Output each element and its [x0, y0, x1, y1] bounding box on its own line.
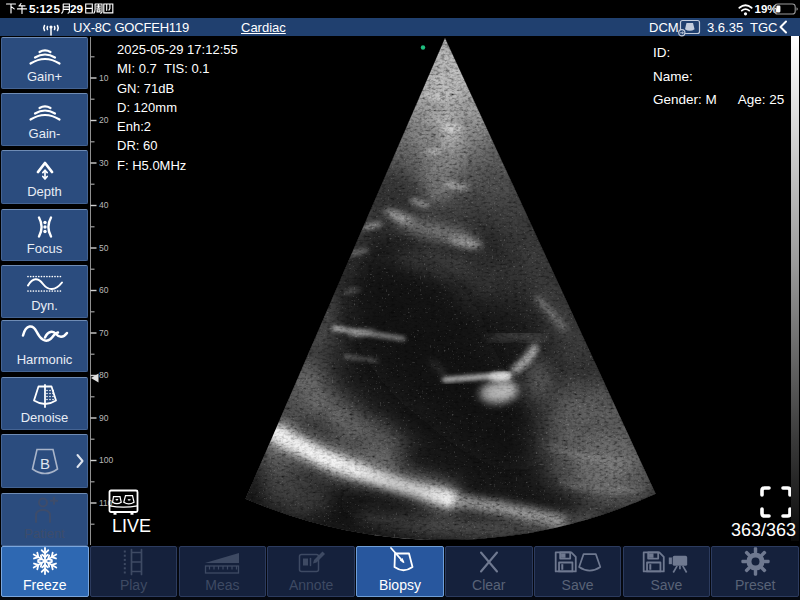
- svg-text:5: 5: [54, 2, 61, 16]
- svg-text:50: 50: [99, 243, 109, 253]
- svg-text:20: 20: [99, 115, 109, 125]
- svg-text:5:12: 5:12: [29, 2, 53, 16]
- svg-text:10: 10: [99, 73, 109, 83]
- svg-text:80: 80: [99, 370, 109, 380]
- svg-text:90: 90: [99, 413, 109, 423]
- svg-text:29: 29: [70, 2, 84, 16]
- svg-text:40: 40: [99, 200, 109, 210]
- svg-text:60: 60: [99, 285, 109, 295]
- svg-text:B: B: [39, 454, 49, 471]
- svg-text:30: 30: [99, 158, 109, 168]
- svg-text:70: 70: [99, 328, 109, 338]
- svg-text:100: 100: [99, 455, 113, 465]
